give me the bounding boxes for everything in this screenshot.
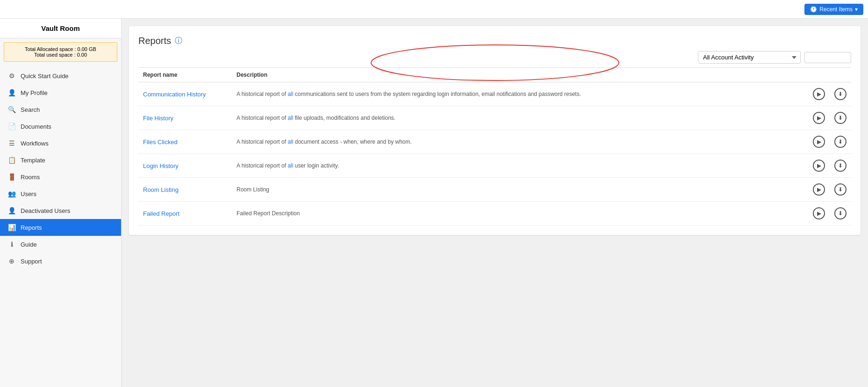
view-button-2[interactable]: ▶ [813, 136, 825, 148]
documents-icon: 📄 [7, 123, 16, 130]
report-view-cell-1: ▶ [808, 106, 830, 130]
storage-banner: Total Allocated space : 0.00 GB Total us… [4, 42, 117, 62]
page-title: Reports [138, 36, 171, 46]
sidebar-item-template[interactable]: 📋 Template [0, 152, 121, 168]
sidebar-label-search: Search [21, 106, 40, 113]
search-icon: 🔍 [7, 106, 16, 113]
download-button-1[interactable]: ⬇ [834, 112, 846, 124]
sidebar-label-my-profile: My Profile [21, 89, 48, 96]
report-download-cell-3: ⬇ [830, 154, 851, 178]
sidebar-label-deactivated-users: Deactivated Users [21, 207, 70, 214]
report-name-cell-3[interactable]: Login History [138, 154, 232, 178]
sidebar-item-guide[interactable]: ℹ Guide [0, 236, 121, 253]
sidebar-label-rooms: Rooms [21, 174, 40, 181]
sidebar-item-support[interactable]: ⊕ Support [0, 253, 121, 270]
sidebar-item-reports[interactable]: 📊 Reports [0, 219, 121, 236]
sidebar-nav: ⚙ Quick Start Guide 👤 My Profile 🔍 Searc… [0, 67, 121, 270]
report-description-cell-0: A historical report of all communication… [232, 82, 808, 106]
view-button-1[interactable]: ▶ [813, 112, 825, 124]
report-name-cell-2[interactable]: Files Clicked [138, 130, 232, 154]
report-view-cell-0: ▶ [808, 82, 830, 106]
sidebar-item-rooms[interactable]: 🚪 Rooms [0, 168, 121, 185]
download-icon-2: ⬇ [838, 139, 843, 145]
view-button-4[interactable]: ▶ [813, 183, 825, 196]
download-icon-3: ⬇ [838, 162, 843, 169]
workflows-icon: ☰ [7, 139, 16, 147]
sidebar-label-guide: Guide [21, 241, 37, 248]
allocated-space-label: Total Allocated space : 0.00 GB [10, 46, 111, 52]
sidebar-item-users[interactable]: 👥 Users [0, 185, 121, 202]
download-button-3[interactable]: ⬇ [834, 160, 846, 172]
template-icon: 📋 [7, 156, 16, 164]
top-bar: 🕐 Recent Items ▾ [0, 0, 868, 19]
report-download-cell-4: ⬇ [830, 178, 851, 202]
sidebar-label-template: Template [21, 157, 45, 164]
guide-icon: ℹ [7, 241, 16, 248]
sidebar-label-documents: Documents [21, 123, 51, 130]
sidebar-label-reports: Reports [21, 224, 42, 231]
col-header-view [808, 68, 830, 82]
report-download-cell-5: ⬇ [830, 202, 851, 226]
filter-search-input[interactable] [804, 52, 851, 63]
report-name-cell-1[interactable]: File History [138, 106, 232, 130]
download-button-0[interactable]: ⬇ [834, 88, 846, 100]
report-download-cell-2: ⬇ [830, 130, 851, 154]
report-download-cell-0: ⬇ [830, 82, 851, 106]
report-description-cell-1: A historical report of all file uploads,… [232, 106, 808, 130]
info-icon[interactable]: ⓘ [175, 36, 182, 46]
table-row: Login History A historical report of all… [138, 154, 851, 178]
deactivated-users-icon: 👤 [7, 207, 16, 214]
download-button-2[interactable]: ⬇ [834, 136, 846, 148]
view-icon-2: ▶ [817, 139, 821, 145]
report-name-cell-5[interactable]: Failed Report [138, 202, 232, 226]
reports-panel: Reports ⓘ All Account Activity Communica… [129, 26, 861, 235]
sidebar-item-deactivated-users[interactable]: 👤 Deactivated Users [0, 202, 121, 219]
download-icon-5: ⬇ [838, 210, 843, 217]
recent-items-button[interactable]: 🕐 Recent Items ▾ [804, 4, 863, 15]
report-download-cell-1: ⬇ [830, 106, 851, 130]
sidebar-label-workflows: Workflows [21, 140, 49, 147]
report-description-cell-4: Room Listing [232, 178, 808, 202]
table-row: Files Clicked A historical report of all… [138, 130, 851, 154]
table-header-row: Report name Description [138, 68, 851, 82]
report-view-cell-2: ▶ [808, 130, 830, 154]
download-icon-1: ⬇ [838, 115, 843, 121]
sidebar-item-my-profile[interactable]: 👤 My Profile [0, 84, 121, 101]
filter-dropdown[interactable]: All Account Activity Communication Histo… [698, 51, 801, 64]
sidebar-label-users: Users [21, 190, 36, 197]
download-button-5[interactable]: ⬇ [834, 207, 846, 219]
report-description-cell-5: Failed Report Description [232, 202, 808, 226]
reports-table: Report name Description Communication Hi… [138, 67, 851, 226]
view-button-0[interactable]: ▶ [813, 88, 825, 100]
sidebar-item-workflows[interactable]: ☰ Workflows [0, 135, 121, 152]
main-layout: Vault Room Total Allocated space : 0.00 … [0, 19, 868, 387]
report-description-cell-3: A historical report of all user login ac… [232, 154, 808, 178]
view-button-5[interactable]: ▶ [813, 207, 825, 219]
filter-row: All Account Activity Communication Histo… [138, 51, 851, 64]
users-icon: 👥 [7, 190, 16, 197]
clock-icon: 🕐 [810, 6, 817, 13]
sidebar: Vault Room Total Allocated space : 0.00 … [0, 19, 122, 387]
report-name-cell-0[interactable]: Communication History [138, 82, 232, 106]
sidebar-item-documents[interactable]: 📄 Documents [0, 118, 121, 135]
table-row: Communication History A historical repor… [138, 82, 851, 106]
col-header-description: Description [232, 68, 808, 82]
table-row: File History A historical report of all … [138, 106, 851, 130]
content-area: Reports ⓘ All Account Activity Communica… [122, 19, 868, 387]
view-button-3[interactable]: ▶ [813, 160, 825, 172]
download-button-4[interactable]: ⬇ [834, 183, 846, 196]
sidebar-item-quick-start-guide[interactable]: ⚙ Quick Start Guide [0, 67, 121, 84]
app-title: Vault Room [0, 19, 121, 38]
chevron-down-icon: ▾ [855, 6, 858, 13]
reports-icon: 📊 [7, 224, 16, 231]
support-icon: ⊕ [7, 257, 16, 265]
used-space-label: Total used space : 0.00 [10, 52, 111, 58]
report-name-cell-4[interactable]: Room Listing [138, 178, 232, 202]
col-header-report-name: Report name [138, 68, 232, 82]
download-icon-4: ⬇ [838, 186, 843, 193]
sidebar-label-quick-start-guide: Quick Start Guide [21, 73, 69, 80]
table-row: Failed Report Failed Report Description … [138, 202, 851, 226]
report-description-cell-2: A historical report of all document acce… [232, 130, 808, 154]
page-header: Reports ⓘ [138, 36, 851, 46]
sidebar-item-search[interactable]: 🔍 Search [0, 101, 121, 118]
